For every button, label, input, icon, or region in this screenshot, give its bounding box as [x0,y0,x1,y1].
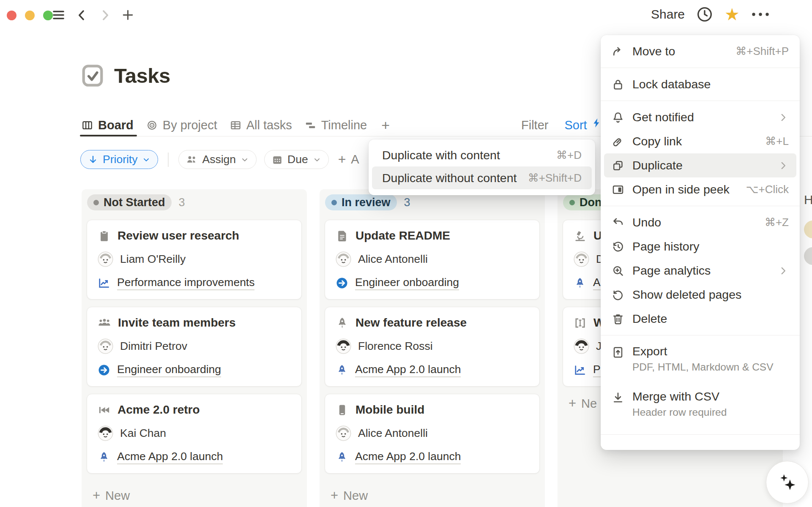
task-card[interactable]: Acme 2.0 retro Kai Chan Acme App 2.0 lau… [87,394,302,474]
menu-item-lock-database[interactable]: Lock database [601,72,800,96]
related-page-link[interactable]: Acme App 2.0 launch [117,450,223,464]
avatar [574,338,589,354]
filter-bar: Priority Assign Due +A [80,150,359,169]
rocket-icon [98,451,110,463]
assign-filter-chip[interactable]: Assign [178,150,257,169]
chart-icon [574,364,586,376]
related-page-link[interactable]: Engineer onboarding [117,363,221,377]
priority-sort-chip[interactable]: Priority [80,150,158,169]
menu-item-duplicate-without-content[interactable]: Duplicate without content ⌘+Shift+D [372,166,592,189]
favorite-star-icon[interactable]: ★ [725,6,740,23]
chip-divider [168,153,169,167]
menu-item-export[interactable]: Export PDF, HTML, Markdown & CSV [601,340,800,385]
new-card-button[interactable]: +New [325,488,540,503]
menu-divider [601,434,800,435]
topbar-actions: Share ★ [651,6,770,23]
task-card[interactable]: Update README Alice Antonelli Engineer o… [325,220,540,300]
menu-item-undo[interactable]: Undo ⌘+Z [601,210,800,234]
avatar [98,338,113,354]
related-page-link[interactable]: Acme App 2.0 launch [355,363,461,377]
duplicate-submenu: Duplicate with content ⌘+D Duplicate wit… [369,139,595,195]
task-card[interactable]: Review user research Liam O'Reilly Perfo… [87,220,302,300]
view-options: Filter Sort [521,114,587,136]
status-badge[interactable]: Not Started [87,194,172,210]
related-page-link[interactable]: Engineer onboarding [355,276,459,290]
menu-item-merge-with-csv[interactable]: Merge with CSV Header row required [601,385,800,430]
assignee-name: Florence Rossi [358,340,433,353]
updates-clock-icon[interactable] [696,6,713,23]
column-header: In review 3 [325,194,540,210]
close-window-button[interactable] [7,11,16,20]
microscope-icon [574,229,587,243]
move-to-icon [612,45,624,58]
avatar [336,425,351,441]
chart-icon [98,277,110,289]
new-card-button[interactable]: +New [87,488,302,503]
avatar [336,338,351,354]
page-context-menu: Move to ⌘+Shift+P Lock database Get noti… [601,35,800,450]
menu-item-duplicate-with-content[interactable]: Duplicate with content ⌘+D [369,144,595,166]
circle-arrow-icon [336,277,348,289]
avatar [336,251,351,267]
task-card[interactable]: New feature release Florence Rossi Acme … [325,307,540,387]
side-peek-icon [612,183,624,196]
window-nav [52,8,134,22]
back-icon[interactable] [76,9,88,22]
menu-item-duplicate[interactable]: Duplicate [604,153,796,177]
task-card[interactable]: Mobile build Alice Antonelli Acme App 2.… [325,394,540,474]
clipboard-icon [98,229,111,243]
status-dot [331,200,337,205]
ai-assistant-button[interactable] [766,461,809,504]
minimize-window-button[interactable] [25,11,35,20]
menu-item-get-notified[interactable]: Get notified [601,105,800,129]
circle-arrow-icon [98,364,110,376]
magnifier-plus-icon [612,264,624,277]
due-filter-chip[interactable]: Due [264,150,329,169]
page-title[interactable]: Tasks [114,64,170,87]
people-group-icon [98,316,111,330]
bell-icon [612,111,624,124]
tab-board[interactable]: Board [82,114,134,136]
phone-icon [336,403,349,417]
menu-item-open-in-side-peek[interactable]: Open in side peek ⌥+Click [601,177,800,202]
column-in-review: In review 3 Update README Alice Antonell… [320,189,545,507]
menu-item-page-history[interactable]: Page history [601,234,800,259]
lock-icon [612,78,624,91]
new-tab-icon[interactable] [121,8,134,22]
history-clock-icon [612,240,624,253]
download-merge-icon [612,391,624,404]
avatar [98,251,113,267]
assignee-name: Liam O'Reilly [120,253,186,266]
filter-button[interactable]: Filter [521,118,548,132]
chevron-right-icon [778,265,789,276]
assignee-name: Kai Chan [120,427,166,440]
page-checkbox-icon[interactable] [80,63,105,88]
avatar [574,251,589,267]
assignee-name: Alice Antonelli [358,253,428,266]
more-options-icon[interactable] [751,12,770,17]
sort-button[interactable]: Sort [564,118,587,132]
tab-all-tasks[interactable]: All tasks [230,114,292,136]
add-filter-button[interactable]: +A [338,152,359,167]
menu-item-delete[interactable]: Delete [601,307,800,331]
chevron-right-icon [778,112,789,123]
related-page-link[interactable]: Performance improvements [117,276,254,290]
forward-icon[interactable] [98,9,111,22]
rocket-icon [336,364,348,376]
share-button[interactable]: Share [651,7,685,22]
related-page-link[interactable]: Acme App 2.0 launch [355,450,461,464]
window-controls [7,11,53,20]
menu-item-page-analytics[interactable]: Page analytics [601,259,800,283]
trash-icon [612,313,624,325]
menu-item-copy-link[interactable]: Copy link ⌘+L [601,129,800,153]
tab-timeline[interactable]: Timeline [305,114,367,136]
sidebar-toggle-icon[interactable] [52,8,66,22]
column-count: 3 [179,196,185,209]
tab-by-project[interactable]: By project [146,114,217,136]
task-card[interactable]: Invite team members Dimitri Petrov Engin… [87,307,302,387]
add-view-button[interactable]: + [381,117,390,134]
status-dot [93,200,99,205]
status-badge: In review [325,194,397,210]
menu-item-move-to[interactable]: Move to ⌘+Shift+P [601,39,800,63]
menu-item-show-deleted-pages[interactable]: Show deleted pages [601,283,800,307]
